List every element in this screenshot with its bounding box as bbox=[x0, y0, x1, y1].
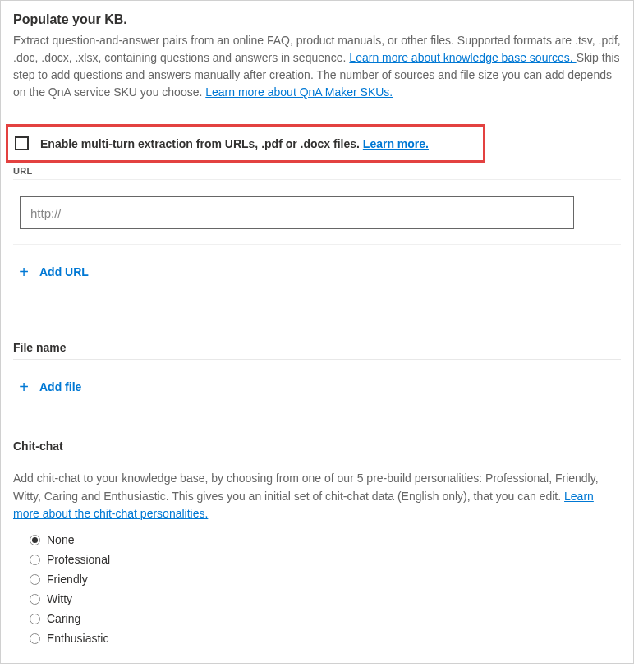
radio-label: Professional bbox=[47, 553, 110, 566]
radio-label: Witty bbox=[47, 592, 72, 605]
radio-option-professional[interactable]: Professional bbox=[30, 550, 621, 569]
file-name-label: File name bbox=[13, 341, 621, 354]
radio-option-enthusiastic[interactable]: Enthusiastic bbox=[30, 628, 621, 648]
multiturn-text: Enable multi-turn extraction from URLs, … bbox=[40, 137, 363, 150]
add-url-button[interactable]: + Add URL bbox=[16, 265, 89, 279]
plus-icon: + bbox=[16, 380, 31, 394]
radio-label: Friendly bbox=[47, 573, 88, 586]
radio-option-witty[interactable]: Witty bbox=[30, 589, 621, 609]
radio-label: Caring bbox=[47, 612, 80, 625]
radio-option-none[interactable]: None bbox=[30, 530, 621, 550]
chit-chat-title: Chit-chat bbox=[13, 440, 621, 453]
url-field-label: URL bbox=[13, 166, 621, 176]
divider bbox=[13, 179, 621, 180]
chit-desc-text: Add chit-chat to your knowledge base, by… bbox=[13, 472, 599, 503]
chit-chat-radio-group: NoneProfessionalFriendlyWittyCaringEnthu… bbox=[30, 530, 621, 648]
radio-icon bbox=[30, 633, 40, 644]
learn-more-kb-sources-link[interactable]: Learn more about knowledge base sources. bbox=[349, 51, 576, 64]
divider bbox=[13, 244, 621, 245]
section-title: Populate your KB. bbox=[13, 12, 621, 27]
radio-icon bbox=[30, 574, 40, 585]
add-file-button[interactable]: + Add file bbox=[16, 380, 81, 394]
multiturn-highlight-box: Enable multi-turn extraction from URLs, … bbox=[6, 124, 485, 163]
divider bbox=[13, 359, 621, 360]
radio-option-caring[interactable]: Caring bbox=[30, 609, 621, 628]
radio-icon bbox=[30, 594, 40, 605]
chit-chat-description: Add chit-chat to your knowledge base, by… bbox=[13, 470, 621, 523]
radio-icon bbox=[30, 614, 40, 624]
add-url-label: Add URL bbox=[39, 265, 89, 278]
multiturn-learn-more-link[interactable]: Learn more. bbox=[363, 137, 429, 150]
radio-label: Enthusiastic bbox=[47, 632, 108, 645]
add-file-label: Add file bbox=[39, 380, 81, 394]
radio-option-friendly[interactable]: Friendly bbox=[30, 569, 621, 589]
url-input[interactable] bbox=[20, 196, 574, 229]
multiturn-label: Enable multi-turn extraction from URLs, … bbox=[40, 137, 429, 150]
multiturn-checkbox[interactable] bbox=[15, 136, 29, 150]
section-description: Extract question-and-answer pairs from a… bbox=[13, 32, 621, 101]
learn-more-skus-link[interactable]: Learn more about QnA Maker SKUs. bbox=[205, 85, 393, 99]
radio-icon bbox=[30, 555, 40, 565]
plus-icon: + bbox=[16, 265, 31, 279]
divider bbox=[13, 458, 621, 458]
radio-icon bbox=[30, 535, 40, 545]
populate-kb-panel: Populate your KB. Extract question-and-a… bbox=[0, 0, 634, 664]
radio-label: None bbox=[47, 533, 74, 546]
